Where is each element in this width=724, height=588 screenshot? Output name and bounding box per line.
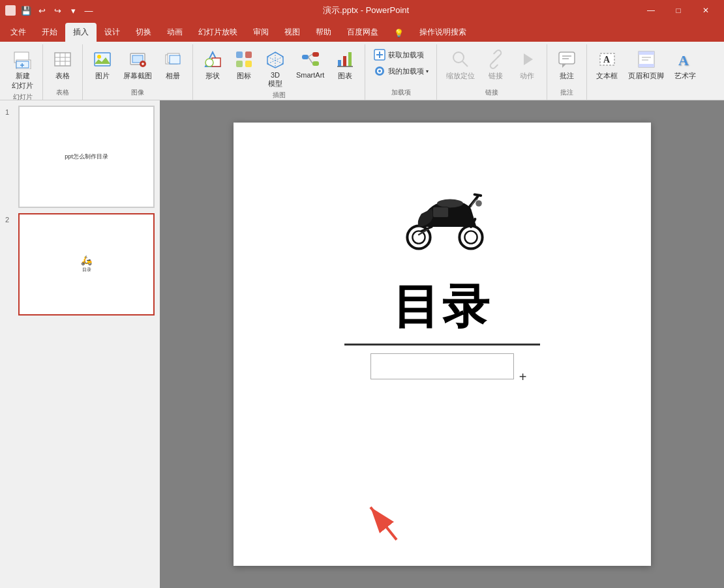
addins-group-content: 获取加载项 我的加载项 ▾ [370,44,431,88]
svg-rect-5 [55,53,70,66]
slide-number-1: 1 [5,108,14,116]
divider [344,344,540,345]
chart-button[interactable]: 图表 [331,47,359,83]
slide-thumb-2[interactable]: 🛵 目录 [18,213,155,316]
picture-label: 图片 [95,71,110,81]
addins-group-label: 加载项 [391,88,411,100]
svg-rect-36 [338,60,341,66]
tab-transitions[interactable]: 切换 [128,23,159,42]
album-button[interactable]: 相册 [158,47,187,83]
ribbon-group-illustrations: 形状 图标 [193,44,365,100]
3d-icon [265,49,286,70]
minimize-button[interactable]: — [638,0,664,21]
my-addins-button[interactable]: 我的加载项 ▾ [370,63,431,79]
customize-button[interactable]: ▾ [68,5,78,16]
ribbon-group-text: A 文本框 页眉和页脚 [587,44,705,100]
link-icon [485,49,506,70]
tab-search[interactable]: 操作说明搜索 [412,23,474,42]
tab-lightbulb[interactable]: 💡 [386,25,412,42]
picture-button[interactable]: 图片 [88,47,117,83]
ribbon: 新建幻灯片 幻灯片 表格 表格 [0,42,724,100]
3d-button[interactable]: 3D模型 [261,47,290,91]
tab-view[interactable]: 视图 [277,23,308,42]
comment-icon [556,49,577,70]
tab-home[interactable]: 开始 [34,23,65,42]
svg-point-73 [475,200,482,207]
save-button[interactable]: 💾 [21,5,31,16]
shapes-button[interactable]: 形状 [198,47,227,83]
comment-button[interactable]: 批注 [552,47,581,83]
images-group-content: 图片 屏幕截图 [88,44,187,88]
tab-file[interactable]: 文件 [3,23,34,42]
more-button[interactable]: — [83,5,94,16]
table-icon [52,49,73,70]
smartart-label: SmartArt [296,71,324,79]
action-label: 动作 [520,71,534,81]
svg-point-11 [97,55,101,59]
icons-button[interactable]: 图标 [230,47,258,83]
ribbon-group-comments: 批注 批注 [547,44,587,100]
header-footer-label: 页眉和页脚 [628,71,664,81]
get-addins-label: 获取加载项 [388,50,424,60]
svg-line-35 [309,57,312,63]
links-group-label: 链接 [485,88,498,100]
svg-rect-19 [170,55,180,64]
slide-thumb-1[interactable]: ppt怎么制作目录 [18,106,155,208]
plus-icon: + [519,370,527,385]
zoom-button[interactable]: 缩放定位 [442,47,479,83]
svg-point-45 [378,70,381,72]
action-icon [517,49,537,70]
canvas-area: 目录 + [160,100,724,588]
textbox-button[interactable]: A 文本框 [592,47,622,83]
svg-line-75 [370,507,397,540]
tab-slideshow[interactable]: 幻灯片放映 [190,23,245,42]
album-icon [162,49,183,70]
screenshot-label: 屏幕截图 [123,71,152,81]
slide-number-2: 2 [5,216,14,224]
link-button[interactable]: 链接 [481,47,510,83]
wordart-icon: A [675,49,696,70]
text-box[interactable] [370,353,514,379]
slides-panel: 1 ppt怎么制作目录 2 🛵 目录 [0,100,160,588]
icons-icon [234,49,254,70]
header-footer-button[interactable]: 页眉和页脚 [624,47,668,83]
svg-rect-26 [245,61,252,67]
maximize-button[interactable]: □ [665,0,691,21]
svg-line-68 [474,194,481,196]
svg-point-22 [205,59,213,66]
ribbon-tabs: 文件 开始 插入 设计 切换 动画 幻灯片放映 审阅 视图 帮助 百度网盘 💡 … [0,21,724,42]
undo-button[interactable]: ↩ [37,5,47,16]
wordart-label: 艺术字 [674,71,696,81]
tab-design[interactable]: 设计 [97,23,128,42]
svg-rect-24 [245,51,252,58]
close-button[interactable]: ✕ [693,0,719,21]
new-slide-button[interactable]: 新建幻灯片 [8,47,37,93]
ribbon-group-tables: 表格 表格 [43,44,83,100]
tab-insert[interactable]: 插入 [65,23,97,42]
svg-point-65 [464,231,477,243]
tab-baidu[interactable]: 百度网盘 [339,23,386,42]
title-bar: 💾 ↩ ↪ ▾ — 演示.pptx - PowerPoint — □ ✕ [0,0,724,21]
my-addins-dropdown[interactable]: ▾ [426,68,429,74]
table-button[interactable]: 表格 [48,47,77,83]
action-button[interactable]: 动作 [513,47,541,83]
tab-animations[interactable]: 动画 [159,23,190,42]
comment-label: 批注 [560,71,574,81]
slide-canvas[interactable]: 目录 + [234,123,651,566]
get-addins-button[interactable]: 获取加载项 [370,47,431,63]
wordart-button[interactable]: A 艺术字 [671,47,700,83]
svg-rect-25 [236,61,243,67]
chart-label: 图表 [338,71,352,81]
svg-line-47 [462,61,468,66]
svg-rect-32 [312,52,319,57]
screenshot-button[interactable]: 屏幕截图 [119,47,156,83]
tab-review[interactable]: 审阅 [245,23,277,42]
link-label: 链接 [489,71,503,81]
redo-button[interactable]: ↪ [52,5,63,16]
tables-group-label: 表格 [56,88,69,100]
tab-help[interactable]: 帮助 [308,23,339,42]
svg-rect-38 [348,52,352,66]
svg-rect-50 [559,52,575,64]
smartart-button[interactable]: SmartArt [292,47,328,81]
svg-marker-49 [524,53,533,65]
